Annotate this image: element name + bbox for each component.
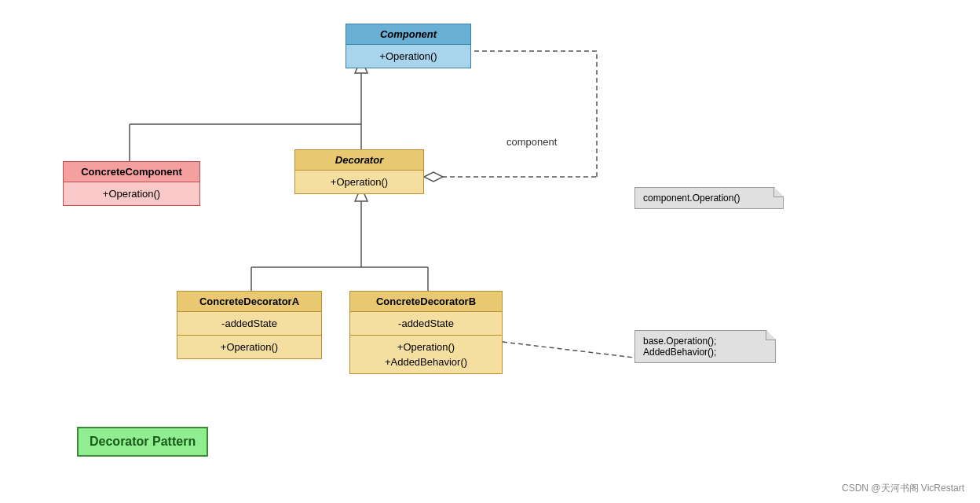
concrete-decorator-a-fields: -addedState [177,312,321,336]
base-operation-note: base.Operation();AddedBehavior(); [634,330,776,363]
concrete-decorator-a-method: +Operation() [184,340,315,354]
concrete-component-title: ConcreteComponent [64,162,199,182]
decorator-pattern-label: Decorator Pattern [77,427,208,457]
concrete-decorator-a-class-box: ConcreteDecoratorA -addedState +Operatio… [177,291,322,359]
concrete-decorator-b-method-2: +AddedBehavior() [357,354,495,369]
concrete-decorator-b-method-1: +Operation() [357,340,495,354]
watermark: CSDN @天河书阁 VicRestart [842,482,964,495]
base-operation-note-text: base.Operation();AddedBehavior(); [643,336,716,358]
svg-line-17 [503,342,634,358]
concrete-component-class-box: ConcreteComponent +Operation() [63,161,200,206]
concrete-decorator-b-class-box: ConcreteDecoratorB -addedState +Operatio… [349,291,503,374]
decorator-method: +Operation() [302,174,417,189]
diagram-container: component Component +Operation() Concret… [0,0,980,503]
component-operation-note-text: component.Operation() [643,193,740,204]
component-class-box: Component +Operation() [346,24,471,68]
concrete-decorator-b-fields: -addedState [350,312,502,336]
concrete-decorator-a-title: ConcreteDecoratorA [177,292,321,312]
decorator-pattern-text: Decorator Pattern [90,435,196,448]
decorator-body: +Operation() [295,171,423,193]
component-operation-note: component.Operation() [634,187,784,209]
component-title: Component [346,24,470,45]
concrete-decorator-b-methods: +Operation() +AddedBehavior() [350,336,502,373]
concrete-decorator-b-field: -addedState [357,316,495,331]
decorator-title: Decorator [295,150,423,171]
component-body: +Operation() [346,45,470,68]
svg-marker-10 [424,172,443,182]
concrete-component-body: +Operation() [64,182,199,205]
concrete-decorator-b-title: ConcreteDecoratorB [350,292,502,312]
component-method: +Operation() [353,49,464,64]
concrete-decorator-a-methods: +Operation() [177,336,321,358]
concrete-decorator-a-field: -addedState [184,316,315,331]
decorator-class-box: Decorator +Operation() [294,149,424,194]
concrete-component-method: +Operation() [70,186,193,201]
svg-text:component: component [506,136,558,148]
